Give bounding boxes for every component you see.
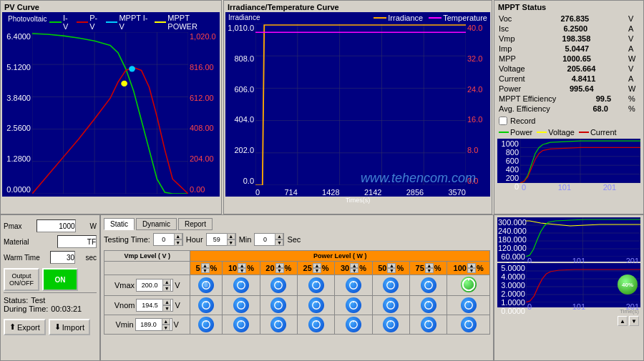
vnom-5-button[interactable]: [198, 297, 214, 313]
sec-down[interactable]: ▼: [275, 239, 283, 246]
vnom-30-button[interactable]: [346, 297, 361, 313]
power-table: Vmp Level ( V ) Power Level ( W ) 5▲▼% 1…: [104, 250, 490, 335]
vnom-down[interactable]: ▼: [162, 305, 171, 312]
p5-down[interactable]: ▼: [201, 268, 210, 273]
vmin-100-button[interactable]: [461, 317, 477, 332]
mppt-power-unit: W: [628, 84, 639, 93]
vmax-input[interactable]: [137, 282, 162, 289]
p20-up[interactable]: ▲: [275, 263, 284, 268]
p30-up[interactable]: ▲: [350, 263, 358, 268]
p75-up[interactable]: ▲: [425, 263, 434, 268]
vmax-5-button[interactable]: [198, 277, 214, 293]
vmax-25-button[interactable]: [308, 277, 324, 293]
vmin-input[interactable]: [136, 321, 162, 328]
legend-temperature-line: [429, 17, 441, 19]
import-button[interactable]: ⬇ Import: [49, 319, 90, 335]
vmax-up[interactable]: ▲: [162, 279, 171, 285]
on-button[interactable]: ON: [42, 268, 78, 291]
divider: [4, 292, 97, 293]
vmax-100-button[interactable]: [461, 277, 477, 292]
tab-report[interactable]: Report: [178, 218, 213, 230]
vnom-10-button[interactable]: [233, 297, 249, 313]
scroll-down-button[interactable]: ▼: [629, 316, 639, 326]
p100-down[interactable]: ▼: [467, 268, 476, 273]
p10-down[interactable]: ▼: [238, 268, 246, 273]
vmax-30-button[interactable]: [346, 277, 361, 293]
sec-input[interactable]: [255, 236, 275, 243]
hour-label: Hour: [186, 235, 203, 244]
vmin-25-button[interactable]: [308, 317, 324, 332]
mppt-voc-unit: V: [628, 14, 639, 23]
vnom-25-button[interactable]: [308, 297, 324, 313]
power-20: 20▲▼%: [260, 262, 297, 275]
material-input[interactable]: [57, 235, 97, 248]
p30-down[interactable]: ▼: [350, 268, 358, 273]
tab-dynamic[interactable]: Dynamic: [136, 218, 177, 230]
sec-up[interactable]: ▲: [275, 233, 283, 239]
vnom-75-button[interactable]: [421, 297, 436, 313]
vmin-75-button[interactable]: [421, 317, 436, 332]
p10-up[interactable]: ▲: [238, 263, 246, 268]
y2-tick-4: 612.00: [190, 94, 214, 102]
hour-up[interactable]: ▲: [174, 233, 182, 239]
scroll-up-button[interactable]: ▲: [618, 316, 628, 326]
p25-up[interactable]: ▲: [313, 263, 321, 268]
y2-tick-6: 1,020.0: [190, 32, 216, 41]
hour-down[interactable]: ▼: [174, 239, 182, 246]
vnom-20-button[interactable]: [270, 297, 286, 313]
warmtime-input[interactable]: [50, 251, 75, 264]
sec-spinner[interactable]: ▲ ▼: [254, 233, 284, 246]
hour-spinner[interactable]: ▲ ▼: [153, 233, 183, 246]
during-value: 00:03:21: [51, 305, 82, 313]
vmin-spinner[interactable]: ▲ ▼: [135, 318, 172, 331]
vnom-spinner[interactable]: ▲ ▼: [136, 299, 173, 312]
pmax-input[interactable]: [36, 219, 76, 232]
min-up[interactable]: ▲: [227, 233, 235, 239]
vnom-100-button[interactable]: [461, 297, 477, 313]
p5-up[interactable]: ▲: [201, 263, 210, 268]
vmin-arrows: ▲ ▼: [162, 318, 170, 331]
p50-down[interactable]: ▼: [387, 268, 396, 273]
mppt-isc-unit: A: [628, 24, 639, 33]
legend-temperature-label: Temperature: [443, 14, 487, 22]
p50-up[interactable]: ▲: [387, 263, 396, 268]
vmax-spinner[interactable]: ▲ ▼: [136, 279, 173, 292]
vmin-up[interactable]: ▲: [162, 318, 170, 325]
vmax-btn-30: [335, 275, 372, 296]
vnom-input[interactable]: [137, 302, 162, 309]
vnom-btn-25: [297, 296, 334, 315]
vmax-10-button[interactable]: [233, 277, 249, 293]
hour-input[interactable]: [154, 236, 174, 243]
y-tick-3: 2.5600: [6, 124, 31, 132]
vnom-up[interactable]: ▲: [162, 299, 171, 305]
p100-up[interactable]: ▲: [467, 263, 476, 268]
vmax-75-button[interactable]: [421, 277, 436, 293]
vnom-btn-10: [223, 296, 260, 315]
vmax-down[interactable]: ▼: [162, 285, 171, 292]
mppt-imp-label: Imp: [499, 44, 512, 53]
vmin-10-button[interactable]: [233, 317, 249, 332]
p75-down[interactable]: ▼: [425, 268, 434, 273]
mppt-mpp-label: MPP: [499, 54, 516, 63]
vmin-5-button[interactable]: [198, 317, 214, 332]
irr-y-5: 808.0: [234, 54, 254, 63]
vmax-50-button[interactable]: [383, 277, 399, 293]
vmin-20-button[interactable]: [270, 317, 286, 332]
vmax-20-button[interactable]: [270, 277, 286, 293]
min-down[interactable]: ▼: [227, 239, 235, 246]
vmin-50-button[interactable]: [383, 317, 399, 332]
vmax-btn-25: [297, 275, 334, 296]
vmin-down[interactable]: ▼: [162, 325, 170, 331]
pv-chart-subtitle: Photovoltaic: [5, 14, 49, 24]
p20-down[interactable]: ▼: [275, 268, 284, 273]
min-spinner[interactable]: ▲ ▼: [206, 233, 236, 246]
tab-static[interactable]: Static: [104, 218, 135, 230]
legend-pv-label: P-V: [89, 14, 102, 31]
min-input[interactable]: [207, 236, 227, 243]
record-checkbox[interactable]: [499, 117, 507, 125]
vnom-50-button[interactable]: [383, 297, 399, 313]
p25-down[interactable]: ▼: [313, 268, 321, 273]
vmin-30-button[interactable]: [346, 317, 361, 332]
export-button[interactable]: ⬆ Export: [4, 319, 46, 335]
output-toggle-button[interactable]: OutputON/OFF: [4, 268, 39, 291]
